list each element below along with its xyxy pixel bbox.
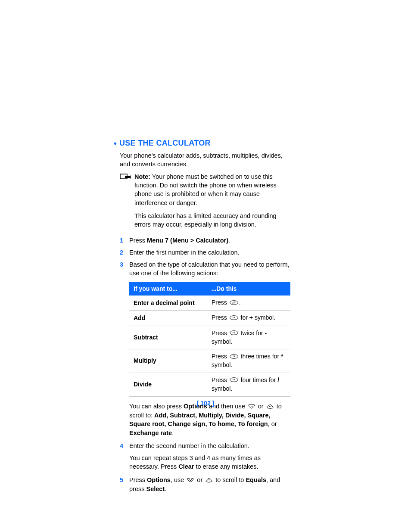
step-text: Enter the first number in the calculatio…	[129, 249, 240, 256]
step-1: 1 Press Menu 7 (Menu > Calculator).	[120, 236, 290, 245]
step-number: 1	[120, 236, 123, 245]
table-header-do: ...Do this	[207, 282, 291, 296]
steps-list-cont2: 5 Press Options, use or to scroll to Equ…	[120, 476, 290, 494]
row-do: Press *+ four times for / symbol.	[207, 373, 291, 396]
steps-list-cont: 4 Enter the second number in the calcula…	[120, 442, 290, 450]
step-2: 2 Enter the first number in the calculat…	[120, 248, 290, 257]
bullet-icon: •	[114, 139, 117, 148]
actions-table: If you want to... ...Do this Enter a dec…	[129, 282, 290, 397]
svg-text:*+: *+	[232, 355, 235, 358]
page-number: [ 102 ]	[0, 399, 411, 408]
step-text-pre: Press	[129, 237, 147, 244]
row-want: Enter a decimal point	[129, 296, 207, 311]
table-header-want: If you want to...	[129, 282, 207, 296]
row-want: Subtract	[129, 326, 207, 349]
svg-text:*+: *+	[232, 378, 235, 381]
step-text-bold: Menu 7 (Menu > Calculator)	[147, 237, 228, 244]
step-4: 4 Enter the second number in the calcula…	[120, 442, 290, 450]
steps-list: 1 Press Menu 7 (Menu > Calculator). 2 En…	[120, 236, 290, 278]
section-heading: USE THE CALCULATOR	[119, 138, 211, 149]
note-label: Note:	[134, 173, 150, 180]
intro-paragraph: Your phone's calculator adds, subtracts,…	[120, 151, 290, 169]
star-key-icon: *+	[230, 376, 238, 385]
scroll-down-icon	[187, 476, 194, 485]
section-heading-row: • USE THE CALCULATOR	[114, 138, 290, 149]
svg-text:*+: *+	[232, 331, 235, 334]
table-row: Add Press *+ for + symbol.	[129, 311, 290, 326]
step-number: 2	[120, 248, 123, 257]
note-paragraph-2: This calculator has a limited accuracy a…	[134, 212, 290, 229]
note-paragraph-1: Your phone must be switched on to use th…	[134, 173, 277, 206]
row-do: Press *+ three times for * symbol.	[207, 349, 291, 373]
star-key-icon: *+	[230, 353, 238, 361]
scroll-up-icon	[205, 476, 213, 485]
repeat-paragraph: You can repeat steps 3 and 4 as many tim…	[129, 454, 290, 471]
note-block: Note: Your phone must be switched on to …	[120, 172, 290, 233]
page: • USE THE CALCULATOR Your phone's calcul…	[0, 0, 411, 532]
table-row: Subtract Press *+ twice for - symbol.	[129, 326, 290, 349]
star-key-icon: *+	[230, 329, 238, 338]
star-key-icon: *+	[230, 314, 238, 323]
row-do: Press *+ for + symbol.	[207, 311, 291, 326]
note-text: Note: Your phone must be switched on to …	[134, 172, 290, 233]
row-do: Press *+ twice for - symbol.	[207, 326, 291, 349]
row-want: Add	[129, 311, 207, 326]
table-row: Enter a decimal point Press ⌕#.	[129, 296, 290, 311]
svg-text:*+: *+	[232, 316, 235, 319]
row-want: Multiply	[129, 349, 207, 373]
step-number: 3	[120, 260, 123, 269]
step-number: 4	[120, 442, 123, 450]
step-text: Based on the type of calculation that yo…	[129, 261, 290, 277]
step-text: Enter the second number in the calculati…	[129, 442, 249, 449]
step-text-post: .	[228, 237, 230, 244]
svg-text:⌕#: ⌕#	[232, 301, 236, 304]
table-row: Divide Press *+ four times for / symbol.	[129, 373, 290, 396]
step-number: 5	[120, 476, 123, 484]
step-3: 3 Based on the type of calculation that …	[120, 260, 290, 278]
row-do: Press ⌕#.	[207, 296, 291, 311]
hash-key-icon: ⌕#	[230, 299, 238, 308]
table-row: Multiply Press *+ three times for * symb…	[129, 349, 290, 373]
step-5: 5 Press Options, use or to scroll to Equ…	[120, 476, 290, 494]
row-want: Divide	[129, 373, 207, 396]
note-icon	[120, 173, 131, 183]
